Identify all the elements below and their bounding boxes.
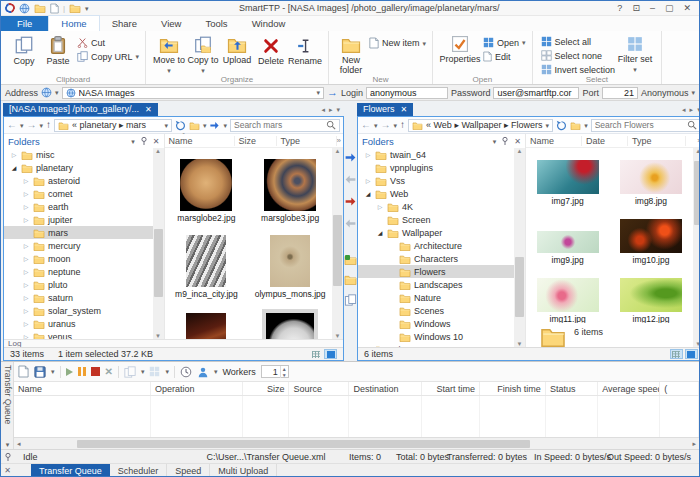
- column-header-size[interactable]: Size: [235, 136, 277, 146]
- address-input[interactable]: [79, 88, 314, 98]
- chevron-down-icon[interactable]: ▾: [6, 441, 10, 448]
- tab-window[interactable]: Window: [240, 16, 298, 31]
- transfer-queue-side-label[interactable]: Transfer Queue: [1, 362, 14, 449]
- file-item-img7-jpg[interactable]: img7.jpg: [526, 148, 609, 207]
- dropdown-caret-icon[interactable]: ▾: [141, 368, 145, 375]
- up-icon[interactable]: ↑: [400, 120, 405, 130]
- collapsed-icon[interactable]: ▷: [22, 177, 30, 184]
- panel-close-icon[interactable]: ✕: [514, 137, 521, 146]
- back-history-icon[interactable]: ▾: [20, 122, 24, 129]
- file-thumbnail[interactable]: [537, 160, 599, 194]
- remote-breadcrumb[interactable]: « planetary ▸ mars ▾: [54, 119, 172, 132]
- file-thumbnail[interactable]: [186, 235, 226, 287]
- tree-item-landscapes[interactable]: Landscapes: [358, 278, 514, 291]
- file-thumbnail[interactable]: [537, 278, 599, 312]
- list-scrollbar[interactable]: ▲▼: [332, 148, 343, 339]
- transfer-icon[interactable]: [209, 120, 220, 131]
- add-queue-item-icon[interactable]: [18, 365, 29, 378]
- thumbnails-view-icon[interactable]: [324, 349, 337, 359]
- transfer-to-left-icon[interactable]: [344, 173, 357, 186]
- queue-column-average-speed[interactable]: Average speed: [598, 382, 660, 395]
- file-item-img11-jpg[interactable]: img11.jpg: [526, 266, 609, 323]
- tree-item-web[interactable]: ◢Web: [358, 187, 514, 200]
- tree-item-characters[interactable]: Characters: [358, 252, 514, 265]
- save-queue-icon[interactable]: [34, 366, 46, 378]
- tree-item-nature[interactable]: Nature: [358, 291, 514, 304]
- pin-icon[interactable]: [140, 136, 148, 146]
- search-icon[interactable]: [687, 120, 697, 130]
- tree-item-vpnplugins[interactable]: vpnplugins: [358, 161, 514, 174]
- file-item[interactable]: [248, 300, 332, 339]
- thumbnails-view-icon[interactable]: [685, 349, 698, 359]
- queue-column-name[interactable]: Name: [14, 382, 151, 395]
- tree-item-venus[interactable]: ▷venus: [4, 330, 153, 339]
- file-thumbnail[interactable]: [270, 235, 310, 287]
- tree-scrollbar[interactable]: ▲▼: [514, 148, 525, 347]
- tab-home[interactable]: Home: [48, 15, 99, 31]
- file-thumbnail[interactable]: [186, 313, 226, 339]
- collapsed-icon[interactable]: ▷: [10, 151, 18, 158]
- queue-column-source[interactable]: Source: [289, 382, 349, 395]
- file-item[interactable]: [165, 300, 249, 339]
- tree-item-wallpaper[interactable]: ◢Wallpaper: [358, 226, 514, 239]
- queue-hscrollbar[interactable]: ◂ ▸: [14, 437, 699, 449]
- dropdown-caret-icon[interactable]: ▾: [214, 368, 218, 375]
- search-icon[interactable]: [326, 120, 336, 130]
- move-to-left-icon[interactable]: [344, 217, 357, 230]
- local-breadcrumb[interactable]: « Web ▸ Wallpaper ▸ Flowers ▾: [408, 119, 553, 132]
- edit-button[interactable]: Edit: [483, 51, 526, 62]
- folder-pair-icon[interactable]: [34, 3, 46, 13]
- address-favorites-caret-icon[interactable]: ▾: [55, 89, 59, 96]
- file-item-img8-jpg[interactable]: img8.jpg: [609, 148, 692, 207]
- tab-transfer-queue[interactable]: Transfer Queue: [31, 464, 110, 477]
- breadcrumb-dropdown-icon[interactable]: ▾: [164, 122, 168, 129]
- expanded-icon[interactable]: ◢: [364, 190, 372, 197]
- file-thumbnail[interactable]: [180, 159, 232, 211]
- forward-history-icon[interactable]: ▾: [394, 122, 398, 129]
- stepper-down-icon[interactable]: ▼: [282, 372, 287, 378]
- column-header-name[interactable]: Nameˆ: [165, 136, 235, 146]
- queue-column-size[interactable]: Size: [243, 382, 290, 395]
- new-folder-button[interactable]: New folder: [335, 34, 367, 76]
- file-item-img9-jpg[interactable]: img9.jpg: [526, 207, 609, 266]
- workers-icon[interactable]: [197, 366, 209, 378]
- password-field[interactable]: [493, 87, 579, 99]
- forward-icon[interactable]: →: [27, 120, 37, 130]
- breadcrumb-dropdown-icon[interactable]: ▾: [546, 122, 550, 129]
- select-queue-icon[interactable]: [149, 366, 160, 377]
- pause-queue-icon[interactable]: [78, 367, 86, 376]
- file-thumbnail[interactable]: [620, 219, 682, 253]
- panel-menu-icon[interactable]: ▾: [493, 138, 497, 145]
- file-item-img10-jpg[interactable]: img10.jpg: [609, 207, 692, 266]
- queue-column-start-time[interactable]: Start time: [422, 382, 480, 395]
- tab-speed[interactable]: Speed: [167, 464, 210, 477]
- remove-item-icon[interactable]: ✕: [105, 367, 113, 377]
- tree-item-scenes[interactable]: Scenes: [358, 304, 514, 317]
- back-history-icon[interactable]: ▾: [374, 122, 378, 129]
- panel-menu-icon[interactable]: ▾: [131, 138, 135, 145]
- password-input[interactable]: [497, 88, 575, 98]
- collapsed-icon[interactable]: ▷: [22, 307, 30, 314]
- sync-folder-icon[interactable]: [344, 274, 357, 285]
- globe-icon[interactable]: [19, 3, 30, 14]
- tree-item-twain-64[interactable]: ▷twain_64: [358, 148, 514, 161]
- collapsed-icon[interactable]: ▷: [22, 255, 30, 262]
- forward-history-icon[interactable]: ▾: [40, 122, 44, 129]
- tree-item-neptune[interactable]: ▷neptune: [4, 265, 153, 278]
- delete-button[interactable]: Delete: [254, 34, 288, 66]
- dropdown-caret-icon[interactable]: ▾: [51, 368, 55, 375]
- compare-folders-icon[interactable]: [344, 254, 357, 265]
- cut-button[interactable]: Cut: [77, 37, 139, 48]
- scroll-right-icon[interactable]: ▸: [689, 440, 699, 448]
- tree-item-planetary[interactable]: ◢planetary: [4, 161, 153, 174]
- up-icon[interactable]: ↑: [46, 120, 51, 130]
- file-thumbnail[interactable]: [620, 278, 682, 312]
- dropdown-caret-icon[interactable]: ▾: [165, 368, 169, 375]
- tab-tools[interactable]: Tools: [193, 16, 239, 31]
- transfer-to-right-icon[interactable]: [344, 151, 357, 164]
- copy-button[interactable]: Copy: [7, 34, 41, 66]
- tree-item-mars[interactable]: mars: [4, 226, 153, 239]
- collapsed-icon[interactable]: ▷: [22, 294, 30, 301]
- queue-column--[interactable]: (: [660, 382, 699, 395]
- port-field[interactable]: [602, 87, 638, 99]
